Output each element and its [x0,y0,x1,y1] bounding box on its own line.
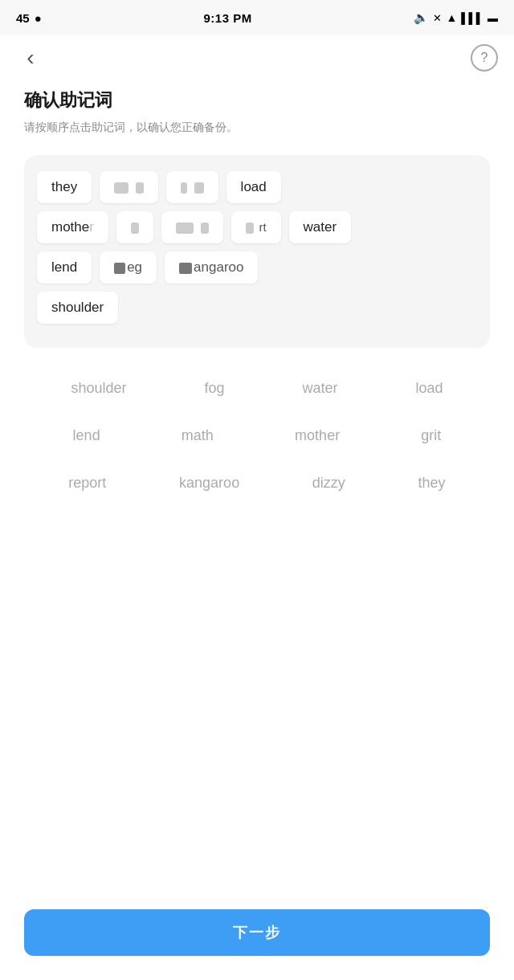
status-icons: 🔈 ✕ ▲ ▌▌▌ ▬ [414,10,498,25]
selected-word-blurred-1 [100,171,158,203]
status-left: 45 ● [16,11,42,25]
avail-word-report[interactable]: report [62,472,112,495]
battery-icon: ▬ [487,12,498,24]
help-button[interactable]: ? [471,44,498,71]
volume-icon: 🔈 [414,10,429,25]
avail-row-2: lend math mother grit [32,424,482,447]
avail-word-math[interactable]: math [175,424,220,447]
avail-row-3: report kangaroo dizzy they [32,472,482,495]
selected-word-mother[interactable]: mother [37,211,108,243]
page-subtitle: 请按顺序点击助记词，以确认您正确备份。 [24,119,490,136]
page-content: 确认助记词 请按顺序点击助记词，以确认您正确备份。 they load moth… [0,80,514,495]
avail-word-shoulder[interactable]: shoulder [64,377,133,400]
selected-word-blurred-2 [166,171,218,203]
selected-word-blurred-4 [161,211,223,243]
status-number: 45 [16,11,30,25]
avail-word-grit[interactable]: grit [414,424,447,447]
avail-word-they[interactable]: they [412,472,452,495]
avail-word-water[interactable]: water [296,377,345,400]
back-icon: ‹ [27,45,34,71]
selected-word-shoulder[interactable]: shoulder [37,292,118,324]
next-button[interactable]: 下一步 [24,909,490,956]
page-title: 确认助记词 [24,88,490,112]
selected-word-lend[interactable]: lend [37,251,92,284]
status-bar: 45 ● 9:13 PM 🔈 ✕ ▲ ▌▌▌ ▬ [0,0,514,35]
selected-row-3: lend eg angaroo [37,251,477,284]
status-dot-icon: ● [35,11,42,25]
available-words-section: shoulder fog water load lend math mother… [24,377,490,495]
selected-row-1: they load [37,171,477,203]
selected-word-load[interactable]: load [226,171,281,203]
selected-row-4: shoulder [37,292,477,324]
avail-word-fog[interactable]: fog [198,377,231,400]
selected-word-kangaroo[interactable]: angaroo [165,251,258,284]
avail-word-load[interactable]: load [409,377,449,400]
bottom-bar: 下一步 [0,896,514,980]
selected-row-2: mother rt water [37,211,477,243]
selected-word-leg[interactable]: eg [100,251,157,284]
avail-word-mother[interactable]: mother [288,424,346,447]
help-icon: ? [481,51,488,65]
selected-words-box: they load mother rt [24,155,490,348]
nav-bar: ‹ ? [0,35,514,80]
avail-word-dizzy[interactable]: dizzy [306,472,352,495]
avail-word-kangaroo[interactable]: kangaroo [173,472,246,495]
back-button[interactable]: ‹ [16,43,45,72]
avail-word-lend[interactable]: lend [67,424,107,447]
selected-word-they[interactable]: they [37,171,92,203]
bluetooth-icon: ✕ [433,12,442,24]
status-time: 9:13 PM [204,11,252,25]
selected-word-blurred-5: rt [231,211,281,243]
signal-icon: ▌▌▌ [461,12,483,24]
wifi-icon: ▲ [446,11,457,24]
selected-word-blurred-3 [116,211,153,243]
selected-word-water[interactable]: water [289,211,352,243]
avail-row-1: shoulder fog water load [32,377,482,400]
